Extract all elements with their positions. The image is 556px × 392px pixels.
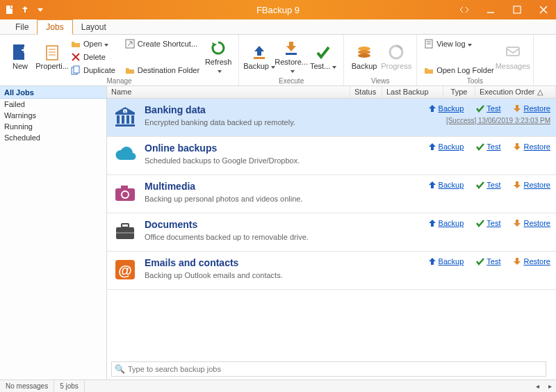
job-row[interactable]: Documents Office documents backed up to … bbox=[107, 213, 556, 252]
col-name[interactable]: Name bbox=[107, 86, 350, 98]
job-row[interactable]: @ Emails and contacts Backing up Outlook… bbox=[107, 252, 556, 290]
svg-rect-9 bbox=[74, 66, 79, 73]
svg-rect-33 bbox=[122, 224, 129, 227]
at-icon: @ bbox=[113, 257, 138, 282]
sidebar-item-scheduled[interactable]: Scheduled bbox=[0, 132, 106, 143]
job-restore-link[interactable]: Restore bbox=[513, 219, 550, 227]
properties-icon bbox=[43, 43, 61, 61]
tab-strip: File Jobs Layout bbox=[0, 19, 556, 35]
qat-dropdown-icon[interactable] bbox=[35, 4, 46, 15]
restore-button[interactable]: Restore... bbox=[275, 38, 307, 76]
sidebar-item-warnings[interactable]: Warnings bbox=[0, 110, 106, 121]
backup-button[interactable]: Backup bbox=[243, 38, 275, 76]
col-execution-order[interactable]: Execution Order △ bbox=[475, 86, 556, 98]
svg-rect-2 bbox=[514, 6, 521, 13]
destination-folder-button[interactable]: Destination Folder bbox=[122, 64, 202, 76]
compact-mode-icon[interactable] bbox=[452, 0, 477, 19]
svg-rect-12 bbox=[286, 53, 297, 55]
scroll-left-icon[interactable]: ◂ bbox=[531, 382, 543, 390]
sidebar-all-jobs[interactable]: All Jobs bbox=[0, 86, 106, 99]
job-restore-link[interactable]: Restore bbox=[513, 181, 550, 189]
svg-rect-20 bbox=[507, 47, 519, 56]
test-button[interactable]: Test... bbox=[307, 38, 339, 76]
properties-button[interactable]: Properti... bbox=[36, 38, 68, 76]
job-backup-link[interactable]: Backup bbox=[428, 257, 464, 266]
folder-icon bbox=[424, 65, 434, 75]
search-input[interactable] bbox=[128, 365, 546, 373]
job-backup-link[interactable]: Backup bbox=[428, 181, 464, 189]
svg-rect-3 bbox=[13, 44, 24, 60]
job-restore-link[interactable]: Restore bbox=[513, 104, 550, 113]
job-backup-link[interactable]: Backup bbox=[428, 219, 464, 227]
job-title: Emails and contacts bbox=[145, 257, 421, 268]
new-doc-icon[interactable] bbox=[4, 4, 15, 15]
tab-jobs[interactable]: Jobs bbox=[37, 19, 72, 35]
job-row[interactable]: Multimedia Backing up personal photos an… bbox=[107, 175, 556, 213]
maximize-button[interactable] bbox=[505, 0, 530, 19]
col-type[interactable]: Type bbox=[443, 86, 475, 98]
test-icon bbox=[314, 43, 332, 61]
job-backup-link[interactable]: Backup bbox=[428, 142, 464, 151]
status-jobcount: 5 jobs bbox=[54, 380, 85, 392]
job-last-status[interactable]: [Success] 13/06/2019 3:23:03 PM bbox=[446, 117, 550, 124]
column-headers: Name Status Last Backup Date Type Execut… bbox=[107, 86, 556, 99]
new-icon bbox=[11, 43, 29, 61]
job-test-link[interactable]: Test bbox=[476, 181, 500, 189]
bank-icon: $ bbox=[113, 104, 138, 129]
job-restore-link[interactable]: Restore bbox=[513, 257, 550, 266]
messages-button[interactable]: Messages bbox=[497, 38, 529, 76]
job-row[interactable]: $ Banking data Encrypted banking data ba… bbox=[107, 99, 556, 137]
duplicate-icon bbox=[71, 65, 81, 75]
open-log-folder-button[interactable]: Open Log Folder bbox=[421, 64, 497, 76]
col-lastbackup[interactable]: Last Backup Date bbox=[382, 86, 443, 98]
search-bar[interactable]: 🔍 bbox=[111, 361, 546, 377]
job-description: Backing up Outlook emails and contacts. bbox=[145, 271, 421, 279]
duplicate-button[interactable]: Duplicate bbox=[68, 64, 118, 76]
camera-icon bbox=[113, 181, 138, 206]
sidebar-item-failed[interactable]: Failed bbox=[0, 99, 106, 110]
job-test-link[interactable]: Test bbox=[476, 142, 500, 151]
tab-file[interactable]: File bbox=[7, 20, 37, 34]
job-backup-link[interactable]: Backup bbox=[428, 104, 464, 113]
svg-rect-23 bbox=[126, 115, 129, 124]
close-button[interactable] bbox=[531, 0, 556, 19]
group-label-views: Views bbox=[344, 77, 416, 85]
job-test-link[interactable]: Test bbox=[476, 219, 500, 227]
job-title: Multimedia bbox=[145, 181, 421, 192]
job-test-link[interactable]: Test bbox=[476, 104, 500, 113]
open-button[interactable]: Open bbox=[68, 38, 118, 50]
job-description: Backing up personal photos and videos on… bbox=[145, 195, 421, 203]
refresh-button[interactable]: Refresh bbox=[202, 38, 234, 76]
job-description: Encrypted banking data backed up remotel… bbox=[145, 118, 421, 126]
col-status[interactable]: Status bbox=[350, 86, 382, 98]
progress-button[interactable]: Progress bbox=[380, 38, 412, 76]
delete-button[interactable]: Delete bbox=[68, 51, 118, 63]
job-test-link[interactable]: Test bbox=[476, 257, 500, 266]
svg-point-15 bbox=[358, 54, 370, 58]
upload-icon[interactable] bbox=[19, 4, 31, 15]
group-label-execute: Execute bbox=[239, 77, 343, 85]
view-log-button[interactable]: View log bbox=[421, 38, 497, 50]
tab-layout[interactable]: Layout bbox=[73, 20, 115, 34]
folder-icon bbox=[125, 65, 135, 75]
svg-rect-4 bbox=[47, 46, 58, 60]
title-bar: FBackup 9 bbox=[0, 0, 556, 19]
backup-icon bbox=[250, 43, 268, 61]
job-title: Banking data bbox=[145, 104, 421, 115]
job-restore-link[interactable]: Restore bbox=[513, 142, 550, 151]
new-button[interactable]: New bbox=[4, 38, 36, 76]
minimize-button[interactable] bbox=[478, 0, 503, 19]
svg-rect-29 bbox=[121, 186, 128, 189]
sidebar-item-running[interactable]: Running bbox=[0, 121, 106, 132]
view-backup-button[interactable]: Backup bbox=[348, 38, 380, 76]
refresh-icon bbox=[209, 39, 227, 57]
messages-icon bbox=[504, 43, 522, 61]
scroll-right-icon[interactable]: ▸ bbox=[543, 382, 556, 390]
svg-text:$: $ bbox=[124, 110, 126, 114]
svg-text:@: @ bbox=[118, 263, 132, 278]
job-row[interactable]: Online backups Scheduled backups to Goog… bbox=[107, 137, 556, 175]
create-shortcut-button[interactable]: Create Shortcut... bbox=[122, 38, 202, 50]
cloud-icon bbox=[113, 142, 138, 168]
sidebar: All Jobs Failed Warnings Running Schedul… bbox=[0, 86, 107, 379]
svg-rect-34 bbox=[116, 232, 134, 234]
